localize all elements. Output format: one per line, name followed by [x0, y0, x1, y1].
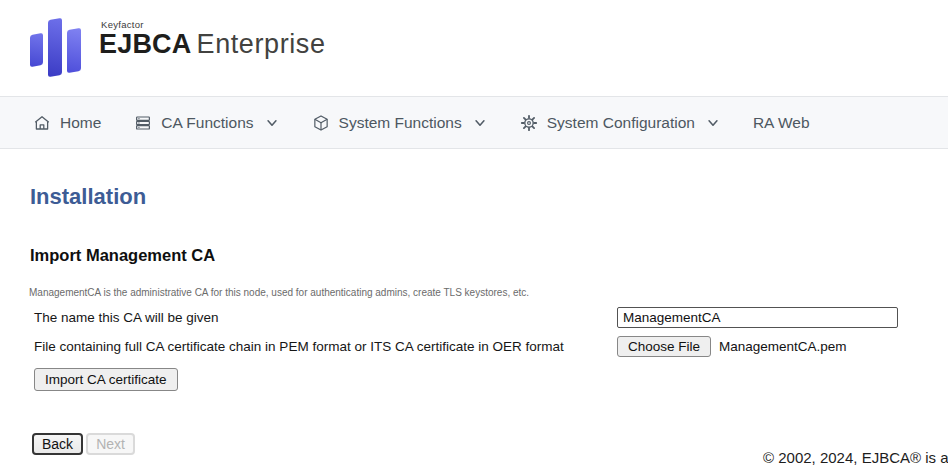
main-nav: Home CA Functions	[0, 96, 948, 149]
section-title: Import Management CA	[30, 247, 948, 264]
file-picker: Choose File ManagementCA.pem	[617, 336, 948, 357]
logo-bar-right	[67, 28, 81, 73]
selected-file-name: ManagementCA.pem	[719, 339, 847, 354]
chevron-down-icon	[706, 116, 720, 130]
keyfactor-logo-icon	[30, 13, 86, 75]
ca-name-row: The name this CA will be given	[30, 305, 948, 329]
server-icon	[134, 114, 152, 132]
nav-item-label: System Functions	[339, 114, 462, 132]
nav-item-system-configuration[interactable]: System Configuration	[520, 114, 720, 132]
choose-file-button[interactable]: Choose File	[617, 336, 711, 357]
back-button[interactable]: Back	[32, 433, 83, 455]
gear-icon	[520, 114, 538, 132]
next-button[interactable]: Next	[86, 433, 135, 455]
import-ca-certificate-button[interactable]: Import CA certificate	[34, 368, 178, 391]
ca-file-row: File containing full CA certificate chai…	[30, 334, 948, 358]
chevron-down-icon	[265, 116, 279, 130]
ca-name-input[interactable]	[617, 307, 898, 328]
brand-product: EJBCAEnterprise	[99, 30, 326, 59]
chevron-down-icon	[473, 116, 487, 130]
ca-file-label: File containing full CA certificate chai…	[30, 339, 617, 354]
cube-icon	[312, 114, 330, 132]
nav-item-label: RA Web	[753, 114, 810, 132]
section-description: ManagementCA is the administrative CA fo…	[29, 287, 948, 298]
footer-copyright: © 2002, 2024, EJBCA® is a	[763, 449, 948, 465]
nav-item-label: System Configuration	[547, 114, 695, 132]
logo-bar-left	[30, 33, 43, 67]
brand-wordmark: Keyfactor EJBCAEnterprise	[99, 13, 326, 59]
page-title: Installation	[30, 185, 948, 208]
ca-name-label: The name this CA will be given	[30, 310, 617, 325]
nav-item-home[interactable]: Home	[33, 114, 101, 132]
nav-item-label: Home	[60, 114, 101, 132]
nav-item-system-functions[interactable]: System Functions	[312, 114, 487, 132]
home-icon	[33, 114, 51, 132]
main-content: Installation Import Management CA Manage…	[0, 185, 948, 455]
brand-edition: Enterprise	[197, 29, 326, 59]
nav-item-ca-functions[interactable]: CA Functions	[134, 114, 278, 132]
brand-product-name: EJBCA	[99, 29, 192, 59]
logo-bar-middle	[48, 18, 62, 77]
nav-item-ra-web[interactable]: RA Web	[753, 114, 810, 132]
app-header: Keyfactor EJBCAEnterprise	[0, 0, 948, 96]
nav-item-label: CA Functions	[161, 114, 253, 132]
